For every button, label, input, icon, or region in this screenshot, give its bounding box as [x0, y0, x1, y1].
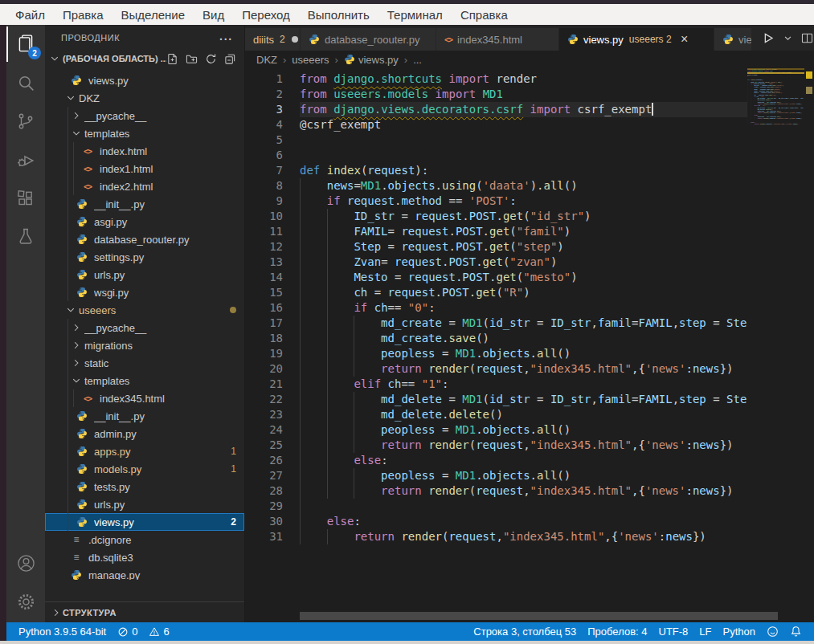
- breadcrumb-item[interactable]: ...: [413, 54, 422, 66]
- code-line-2: 2from useeers.models import MD1: [245, 87, 814, 102]
- tree-item-templates[interactable]: templates: [45, 124, 244, 142]
- menu-item[interactable]: Выполнить: [299, 4, 378, 25]
- code-line-28: 28return render(request,"index345.html",…: [245, 483, 814, 499]
- tree-item-db.sqlite3[interactable]: ≡db.sqlite3: [45, 548, 244, 566]
- refresh-icon[interactable]: [205, 53, 217, 65]
- run-icon[interactable]: [760, 31, 775, 46]
- new-file-icon[interactable]: [166, 53, 178, 65]
- tree-item-__pycache__[interactable]: __pycache__: [45, 107, 244, 124]
- activity-item-search[interactable]: [6, 63, 45, 102]
- tree-item-label: manage.py: [88, 569, 236, 581]
- activity-bar-bottom: [6, 544, 45, 621]
- run-dropdown-chevron-icon[interactable]: [783, 34, 792, 43]
- tree-item-urls.py[interactable]: urls.py: [45, 495, 244, 513]
- tree-item-static[interactable]: static: [45, 354, 244, 372]
- tree-item-tests.py[interactable]: tests.py: [45, 478, 244, 495]
- status-indentation[interactable]: Пробелов: 4: [582, 626, 652, 638]
- tree-item-manage.py[interactable]: manage.py: [45, 566, 244, 580]
- html-icon: <>: [84, 165, 92, 173]
- tree-item-index.html[interactable]: <>index.html: [45, 142, 244, 160]
- more-actions-icon[interactable]: ···: [219, 33, 233, 46]
- tab-vie[interactable]: vie: [714, 28, 751, 51]
- line-number: 28: [245, 483, 300, 499]
- tab-index345.html[interactable]: <>index345.html: [436, 28, 558, 51]
- tree-item-apps.py[interactable]: apps.py1: [45, 442, 244, 460]
- tree-item-urls.py[interactable]: urls.py: [45, 266, 244, 283]
- activity-item-settings[interactable]: [6, 582, 45, 621]
- tree-item-index2.html[interactable]: <>index2.html: [45, 177, 244, 195]
- status-warnings[interactable]: 6: [143, 626, 174, 638]
- outline-section-header[interactable]: СТРУКТУРА: [45, 601, 244, 622]
- tree-item-views.py[interactable]: views.py: [45, 71, 244, 89]
- split-editor-icon[interactable]: [800, 31, 814, 45]
- new-folder-icon[interactable]: [186, 53, 198, 65]
- tree-item-asgi.py[interactable]: asgi.py: [45, 213, 244, 230]
- breadcrumb-item[interactable]: DKZ: [256, 54, 277, 66]
- tree-item-__init__.py[interactable]: __init__.py: [45, 195, 244, 213]
- tree-item-.dcignore[interactable]: ≡.dcignore: [45, 531, 244, 548]
- tab-database_roouter.py[interactable]: database_roouter.py: [301, 28, 436, 51]
- code-line-5: 5: [245, 132, 814, 148]
- status-language-mode[interactable]: Python: [718, 626, 761, 638]
- tree-item-__pycache__[interactable]: __pycache__: [45, 319, 244, 336]
- tree-item-wsgi.py[interactable]: wsgi.py: [45, 283, 244, 301]
- menu-item[interactable]: Справка: [452, 4, 517, 25]
- activity-item-accounts[interactable]: [6, 544, 45, 582]
- tree-item-migrations[interactable]: migrations: [45, 336, 244, 354]
- code-line-25: 25return render(request,"index345.html",…: [245, 438, 814, 453]
- tree-item-views.py[interactable]: views.py2: [45, 513, 244, 531]
- tree-item-settings.py[interactable]: settings.py: [45, 248, 244, 266]
- code-line-31: return render(request,"index345.html",{'…: [747, 123, 804, 124]
- line-number: 10: [245, 209, 300, 224]
- activity-item-source-control[interactable]: [6, 102, 45, 141]
- status-encoding[interactable]: UTF-8: [653, 626, 694, 638]
- status-eol[interactable]: LF: [693, 626, 717, 638]
- minimap-warning-highlight: [747, 72, 804, 74]
- tree-item-DKZ[interactable]: DKZ: [45, 89, 244, 107]
- settings-gear-icon: [16, 592, 36, 612]
- status-cursor-position[interactable]: Строка 3, столбец 53: [468, 626, 582, 638]
- python-icon: [76, 499, 88, 510]
- code-editor[interactable]: 1from django.shortcuts import render2fro…: [245, 68, 814, 622]
- status-notifications[interactable]: [784, 626, 808, 638]
- line-number: 16: [245, 300, 300, 316]
- tree-item-templates[interactable]: templates: [45, 372, 244, 389]
- menu-item[interactable]: Вид: [194, 4, 233, 25]
- tree-item-label: urls.py: [94, 499, 236, 511]
- minimap[interactable]: from django.shortcuts import renderfrom …: [747, 68, 804, 598]
- tree-item-label: views.py: [88, 75, 236, 87]
- workspace-section-header[interactable]: (РАБОЧАЯ ОБЛАСТЬ) ...: [45, 49, 244, 68]
- tree-item-label: __pycache__: [84, 110, 236, 122]
- tree-item-__init__.py[interactable]: __init__.py: [45, 407, 244, 425]
- breadcrumb-item[interactable]: views.py: [344, 54, 399, 66]
- activity-item-explorer[interactable]: 2: [6, 25, 45, 63]
- tab-diiits[interactable]: diiits2: [245, 28, 300, 51]
- tree-item-index345.html[interactable]: <>index345.html: [45, 389, 244, 407]
- activity-item-extensions[interactable]: [6, 179, 45, 218]
- menu-item[interactable]: Файл: [6, 4, 54, 25]
- tree-item-index1.html[interactable]: <>index1.html: [45, 160, 244, 177]
- menu-item[interactable]: Правка: [54, 4, 112, 25]
- activity-item-run-and-debug[interactable]: [6, 141, 45, 179]
- horizontal-scrollbar[interactable]: [300, 612, 778, 620]
- tree-item-models.py[interactable]: models.py1: [45, 460, 244, 478]
- close-icon[interactable]: ×: [678, 33, 691, 46]
- status-errors[interactable]: 0: [112, 626, 143, 638]
- tree-item-useeers[interactable]: useeers: [45, 301, 244, 319]
- code-line-15: 15ch = request.POST.get("R"): [245, 285, 814, 300]
- menu-item[interactable]: Переход: [233, 4, 299, 25]
- python-icon: [76, 251, 88, 263]
- breadcrumb-item[interactable]: useeers: [292, 54, 329, 66]
- activity-item-testing[interactable]: [6, 218, 45, 256]
- tree-item-admin.py[interactable]: admin.py: [45, 425, 244, 442]
- tree-item-database_roouter.py[interactable]: database_roouter.py: [45, 230, 244, 248]
- tree-item-label: templates: [84, 375, 236, 387]
- indent-guide: [73, 389, 74, 407]
- menu-item[interactable]: Выделение: [112, 4, 194, 25]
- status-python-interpreter[interactable]: Python 3.9.5 64-bit: [13, 626, 112, 638]
- menu-item[interactable]: Терминал: [378, 4, 452, 25]
- collapse-all-icon[interactable]: [224, 53, 236, 65]
- status-feedback[interactable]: [761, 626, 784, 638]
- tree-item-label: __pycache__: [84, 322, 236, 334]
- tab-views.py[interactable]: views.pyuseeers 2×: [559, 28, 714, 51]
